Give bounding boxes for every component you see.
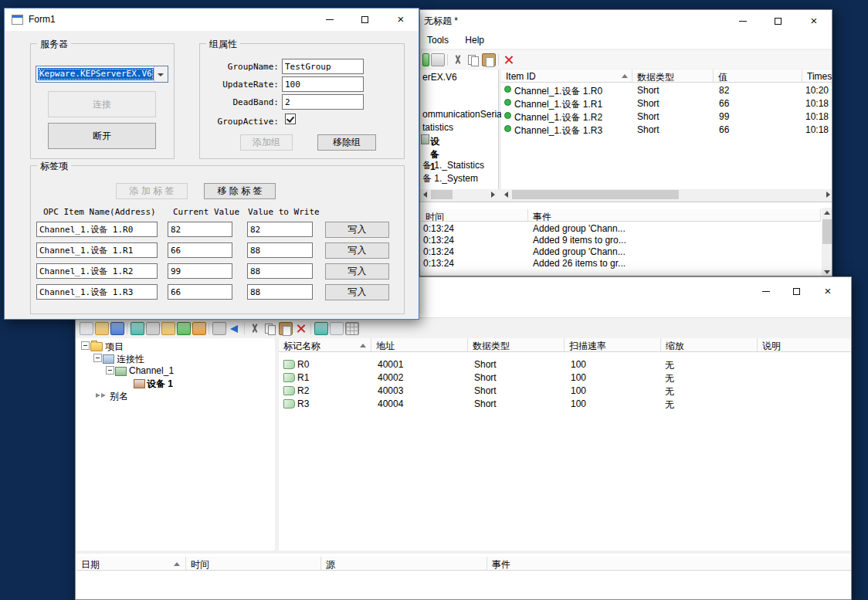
value-to-write-field[interactable]	[247, 242, 313, 258]
undo-icon[interactable]	[228, 322, 242, 335]
log-column-event[interactable]: 事件	[487, 557, 852, 571]
maximize-button[interactable]	[761, 10, 796, 32]
connect-button[interactable]: 连接	[48, 91, 156, 117]
log-vscrollbar[interactable]	[822, 208, 832, 276]
column-header-data-type[interactable]: 数据类型	[632, 69, 714, 83]
close-button[interactable]: ×	[796, 10, 832, 32]
item-row[interactable]: Channel_1.设备 1.R1 Short 66 10:18	[501, 97, 832, 110]
add-group-button[interactable]: 添加组	[240, 134, 293, 151]
item-name-field[interactable]	[36, 284, 158, 300]
current-value-field[interactable]	[168, 242, 232, 258]
open-project-icon[interactable]	[95, 322, 109, 335]
minimize-button[interactable]	[725, 10, 761, 32]
server-select[interactable]: Kepware.KEPServerEX.V6	[36, 66, 168, 83]
column-header-data-type[interactable]: 数据类型	[468, 338, 565, 352]
cut-icon[interactable]	[451, 53, 465, 66]
minimize-button[interactable]	[312, 8, 348, 30]
item-name-field[interactable]	[36, 242, 158, 258]
tree-item-statistics[interactable]: tatistics	[422, 122, 453, 133]
maximize-button[interactable]	[348, 8, 383, 30]
tag-row[interactable]: R1 40002 Short 100 无	[279, 371, 852, 384]
log-column-event[interactable]: 事件	[528, 209, 821, 222]
update-rate-field[interactable]	[282, 76, 364, 92]
log-column-date[interactable]: 日期	[76, 557, 186, 571]
write-button[interactable]: 写入	[325, 242, 389, 259]
tree-hscrollbar[interactable]	[420, 189, 498, 200]
tree-item-device-system[interactable]: 备 1._System	[422, 172, 478, 185]
new-alias-icon[interactable]	[192, 322, 206, 335]
column-header-tag-name[interactable]: 标记名称	[279, 338, 371, 352]
remove-tag-button[interactable]: 移 除 标 签	[204, 183, 276, 199]
quick-client-icon[interactable]	[314, 322, 328, 335]
new-device-icon[interactable]	[146, 322, 160, 335]
column-header-scan-rate[interactable]: 扫描速率	[565, 338, 661, 352]
column-header-description[interactable]: 说明	[758, 338, 852, 352]
new-channel-icon[interactable]	[131, 322, 144, 335]
tree-item-server[interactable]: erEX.V6	[422, 72, 457, 83]
write-button[interactable]: 写入	[325, 222, 389, 238]
scroll-thumb[interactable]	[512, 190, 679, 199]
window-icon[interactable]	[431, 53, 445, 66]
cut-icon[interactable]	[248, 322, 262, 335]
event-log-icon[interactable]	[330, 322, 344, 335]
group-active-checkbox[interactable]	[285, 114, 296, 124]
new-tag-group-icon[interactable]	[161, 322, 175, 335]
column-header-timestamp[interactable]: Times	[802, 69, 832, 83]
log-column-time[interactable]: 时间	[186, 557, 321, 571]
item-row[interactable]: Channel_1.设备 1.R2 Short 99 10:18	[501, 110, 832, 123]
tree-item-device-statistics[interactable]: 备 1._Statistics	[422, 159, 484, 172]
paste-icon[interactable]	[279, 322, 293, 335]
scroll-thumb[interactable]	[822, 219, 832, 244]
scroll-left-button[interactable]	[420, 189, 431, 200]
paste-icon[interactable]	[482, 53, 496, 66]
tree-item-project[interactable]: 项目	[76, 340, 275, 352]
connect-icon[interactable]	[422, 53, 429, 66]
delete-icon[interactable]	[294, 322, 308, 335]
current-value-field[interactable]	[168, 263, 232, 279]
scroll-up-button[interactable]	[822, 208, 832, 219]
current-value-field[interactable]	[168, 222, 232, 237]
value-to-write-field[interactable]	[247, 263, 313, 279]
log-column-time[interactable]: 时间	[421, 209, 528, 222]
menu-help[interactable]: Help	[458, 32, 491, 49]
column-header-item-id[interactable]: Item ID	[501, 69, 632, 83]
add-tag-button[interactable]: 添 加 标 签	[116, 183, 188, 199]
disconnect-button[interactable]: 断开	[48, 123, 156, 149]
close-button[interactable]: ×	[812, 280, 843, 302]
item-name-field[interactable]	[36, 222, 158, 237]
copy-icon[interactable]	[466, 53, 480, 66]
collapse-toggle-icon[interactable]	[93, 354, 102, 362]
scroll-down-button[interactable]	[822, 266, 832, 276]
scroll-thumb[interactable]	[431, 190, 453, 199]
write-button[interactable]: 写入	[325, 263, 389, 280]
tag-row[interactable]: R0 40001 Short 100 无	[279, 358, 852, 371]
collapse-toggle-icon[interactable]	[106, 366, 114, 375]
save-project-icon[interactable]	[110, 322, 124, 335]
list-hscrollbar[interactable]	[501, 189, 832, 200]
group-name-field[interactable]	[282, 59, 364, 74]
column-header-value[interactable]: 值	[714, 69, 802, 83]
new-tag-icon[interactable]	[177, 322, 191, 335]
menu-tools[interactable]: Tools	[420, 32, 456, 49]
close-button[interactable]: ×	[383, 8, 419, 30]
maximize-button[interactable]	[782, 280, 812, 302]
column-header-address[interactable]: 地址	[371, 338, 468, 352]
tree-item-alias[interactable]: 别名	[76, 389, 275, 402]
properties-icon[interactable]	[212, 322, 226, 335]
tree-item-channel[interactable]: Channel_1	[76, 364, 275, 377]
log-column-source[interactable]: 源	[321, 557, 487, 571]
copy-icon[interactable]	[263, 322, 277, 335]
item-name-field[interactable]	[36, 263, 158, 279]
item-row[interactable]: Channel_1.设备 1.R0 Short 82 10:20	[501, 83, 832, 97]
new-project-icon[interactable]	[80, 322, 93, 335]
tree-item-connectivity[interactable]: 连接性	[76, 352, 275, 364]
calculator-icon[interactable]	[345, 322, 359, 335]
delete-icon[interactable]	[502, 53, 516, 66]
scroll-right-button[interactable]	[822, 189, 832, 200]
dead-band-field[interactable]	[282, 94, 364, 110]
column-header-scaling[interactable]: 缩放	[661, 338, 758, 352]
minimize-button[interactable]	[751, 280, 782, 302]
log-row[interactable]: 0:13:24 Added 9 items to gro...	[420, 235, 821, 246]
log-row[interactable]: 0:13:24 Added group 'Chann...	[420, 246, 821, 258]
scroll-left-button[interactable]	[501, 189, 512, 200]
